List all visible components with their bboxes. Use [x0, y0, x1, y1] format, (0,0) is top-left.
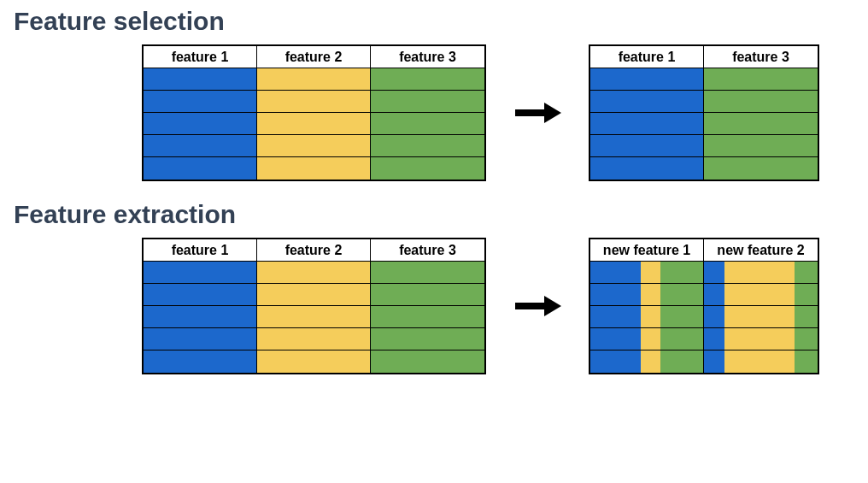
- table-header-row: feature 1 feature 3: [590, 46, 818, 68]
- table-row: [590, 91, 818, 113]
- arrow-icon: [512, 101, 563, 125]
- data-cell: [257, 350, 371, 373]
- data-cell: [144, 157, 257, 180]
- data-cell: [257, 68, 371, 91]
- data-cell: [371, 113, 484, 135]
- data-cell: [590, 135, 704, 157]
- section-title-feature-extraction: Feature extraction: [14, 200, 854, 229]
- table-row: [144, 113, 484, 135]
- data-cell: [144, 350, 257, 373]
- column-header: feature 3: [371, 239, 484, 262]
- data-cell: [144, 113, 257, 135]
- table-row: [144, 135, 484, 157]
- data-cell-mixed: [704, 350, 818, 373]
- column-header: new feature 1: [590, 239, 704, 262]
- data-cell: [144, 91, 257, 113]
- data-cell: [704, 135, 818, 157]
- table-row: [590, 157, 818, 180]
- data-cell: [590, 113, 704, 135]
- table-row: [144, 328, 484, 350]
- data-cell-mixed: [590, 284, 704, 306]
- data-cell-mixed: [704, 284, 818, 306]
- data-cell: [704, 91, 818, 113]
- column-header: feature 3: [704, 46, 818, 68]
- column-header: new feature 2: [704, 239, 818, 262]
- data-cell: [371, 68, 484, 91]
- table-extraction-result: new feature 1 new feature 2: [589, 238, 819, 374]
- data-cell-mixed: [590, 262, 704, 284]
- table-header-row: new feature 1 new feature 2: [590, 239, 818, 262]
- table-row: [590, 306, 818, 328]
- table-row: [144, 350, 484, 373]
- table-row: [590, 68, 818, 91]
- table-row: [590, 135, 818, 157]
- column-header: feature 2: [257, 46, 371, 68]
- data-cell: [144, 284, 257, 306]
- data-cell: [704, 157, 818, 180]
- table-row: [144, 68, 484, 91]
- diagram-row-extraction: feature 1 feature 2 feature 3 new featur…: [142, 238, 854, 374]
- table-row: [144, 284, 484, 306]
- data-cell: [257, 135, 371, 157]
- data-cell: [590, 91, 704, 113]
- data-cell-mixed: [704, 328, 818, 350]
- data-cell: [257, 284, 371, 306]
- column-header: feature 2: [257, 239, 371, 262]
- table-header-row: feature 1 feature 2 feature 3: [144, 46, 484, 68]
- table-selection-result: feature 1 feature 3: [589, 44, 819, 181]
- table-row: [144, 157, 484, 180]
- table-row: [590, 328, 818, 350]
- data-cell: [257, 113, 371, 135]
- data-cell: [144, 306, 257, 328]
- column-header: feature 3: [371, 46, 484, 68]
- data-cell: [144, 328, 257, 350]
- data-cell-mixed: [590, 328, 704, 350]
- data-cell-mixed: [590, 350, 704, 373]
- table-row: [590, 350, 818, 373]
- data-cell: [590, 68, 704, 91]
- column-header: feature 1: [590, 46, 704, 68]
- data-cell: [371, 135, 484, 157]
- data-cell: [144, 135, 257, 157]
- data-cell: [257, 328, 371, 350]
- svg-marker-1: [544, 103, 561, 123]
- data-cell: [371, 262, 484, 284]
- data-cell: [371, 328, 484, 350]
- arrow-icon: [512, 294, 563, 318]
- data-cell: [371, 91, 484, 113]
- table-row: [144, 262, 484, 284]
- data-cell: [144, 262, 257, 284]
- data-cell-mixed: [704, 262, 818, 284]
- data-cell: [371, 284, 484, 306]
- data-cell: [704, 68, 818, 91]
- section-title-feature-selection: Feature selection: [14, 7, 854, 36]
- data-cell: [371, 350, 484, 373]
- table-selection-source: feature 1 feature 2 feature 3: [142, 44, 486, 181]
- data-cell: [704, 113, 818, 135]
- column-header: feature 1: [144, 46, 257, 68]
- data-cell: [144, 68, 257, 91]
- table-row: [590, 284, 818, 306]
- data-cell: [257, 306, 371, 328]
- column-header: feature 1: [144, 239, 257, 262]
- table-extraction-source: feature 1 feature 2 feature 3: [142, 238, 486, 374]
- data-cell: [257, 262, 371, 284]
- data-cell-mixed: [590, 306, 704, 328]
- data-cell: [590, 157, 704, 180]
- svg-marker-3: [544, 296, 561, 316]
- data-cell: [371, 306, 484, 328]
- table-header-row: feature 1 feature 2 feature 3: [144, 239, 484, 262]
- data-cell: [257, 91, 371, 113]
- data-cell: [257, 157, 371, 180]
- data-cell-mixed: [704, 306, 818, 328]
- data-cell: [371, 157, 484, 180]
- table-row: [590, 113, 818, 135]
- table-row: [590, 262, 818, 284]
- table-row: [144, 306, 484, 328]
- table-row: [144, 91, 484, 113]
- diagram-row-selection: feature 1 feature 2 feature 3 feature 1 …: [142, 44, 854, 181]
